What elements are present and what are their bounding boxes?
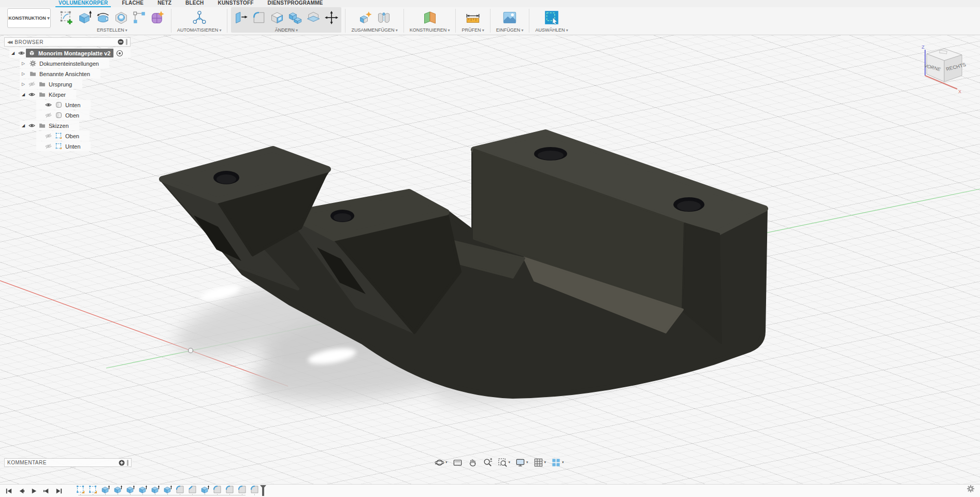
combine-button[interactable] [287,10,303,25]
insert-image-button[interactable] [502,10,517,25]
mount-hole [534,147,567,160]
chevron-down-icon[interactable]: ▾ [526,460,528,464]
create-sketch-button[interactable] [59,10,75,25]
zoom-window-button[interactable]: ▾ [496,457,512,467]
add-comment-icon[interactable] [119,460,125,466]
browser-row[interactable]: Skizzen [20,121,79,130]
orbit-button[interactable]: ▾ [433,457,449,467]
group-label-erstellen[interactable]: ERSTELLEN [97,27,127,33]
collapse-panel-icon[interactable]: ◀◀ [7,40,11,45]
browser-row[interactable]: Benannte Ansichten [20,69,100,79]
joint-button[interactable] [376,10,392,25]
timeline-feature[interactable] [113,485,122,494]
browser-row[interactable]: Monorim Montageplatte v2 [9,48,131,58]
pattern-button[interactable] [132,10,147,25]
chevron-down-icon[interactable]: ▾ [509,460,511,464]
timeline-feature[interactable] [126,485,135,494]
browser-row[interactable]: Körper [20,90,76,99]
pan-button[interactable] [466,457,479,467]
group-label-zusammenfuegen[interactable]: ZUSAMMENFÜGEN [351,27,397,33]
form-button[interactable] [150,10,165,25]
group-label-einfuegen[interactable]: EINFÜGEN [496,27,524,33]
browser-header[interactable]: ◀◀ BROWSER [4,37,131,47]
browser-row[interactable]: Unten [36,100,91,110]
group-konstruieren: KONSTRUIEREN [408,7,452,33]
timeline-position-marker[interactable] [260,485,266,496]
ribbon-tab[interactable]: KUNSTSTOFF [218,0,254,7]
gear-icon[interactable] [967,485,975,495]
group-label-konstruieren[interactable]: KONSTRUIEREN [410,27,450,33]
go-to-start-button[interactable] [5,487,13,495]
go-to-end-button[interactable] [55,487,63,495]
browser-row[interactable]: Oben [36,110,90,120]
step-forward-button[interactable] [42,487,50,495]
browser-row[interactable]: Dokumenteinstellungen [20,59,109,68]
hole-button[interactable] [113,10,129,25]
panel-resize-handle[interactable] [127,460,128,466]
move-button[interactable] [324,10,339,25]
timeline-feature[interactable] [213,485,222,494]
hide-all-icon[interactable] [118,39,124,45]
look-at-button[interactable] [451,457,464,467]
visibility-eye-icon[interactable] [44,112,53,119]
activate-component-radio[interactable] [116,50,123,57]
timeline-feature[interactable] [138,485,147,494]
extrude-button[interactable] [77,10,93,25]
group-label-auswaehlen[interactable]: AUSWÄHLEN [535,27,568,33]
visibility-eye-icon[interactable] [27,122,36,129]
browser-row[interactable]: Oben [36,131,90,141]
ribbon-tab[interactable]: DIENSTPROGRAMME [268,0,323,7]
model-body[interactable] [162,133,765,396]
timeline-feature[interactable] [188,485,197,494]
timeline-feature[interactable] [176,485,184,494]
visibility-eye-icon[interactable] [27,91,36,98]
grid-settings-button[interactable]: ▾ [532,457,548,467]
ribbon-tab[interactable]: FLÄCHE [122,0,143,7]
ribbon-tab[interactable]: VOLUMENKÖRPER [59,0,108,7]
visibility-eye-icon[interactable] [44,143,53,150]
chevron-down-icon[interactable]: ▾ [544,460,546,464]
timeline-feature[interactable] [89,485,97,494]
browser-row[interactable]: Ursprung [20,79,82,89]
automate-button[interactable] [192,10,207,25]
shell-button[interactable] [269,10,285,25]
timeline-feature[interactable] [225,485,234,494]
ribbon-tab[interactable]: BLECH [185,0,204,7]
visibility-eye-icon[interactable] [17,50,26,56]
step-back-button[interactable] [18,487,25,495]
chevron-down-icon[interactable]: ▾ [445,460,448,464]
select-button[interactable] [544,10,559,25]
3d-viewport[interactable] [0,35,980,484]
timeline-feature[interactable] [238,485,247,494]
timeline-feature[interactable] [250,485,259,494]
split-body-button[interactable] [306,10,321,25]
construction-plane-button[interactable] [422,10,438,25]
play-button[interactable] [30,487,38,495]
panel-resize-handle[interactable] [126,39,127,45]
new-component-button[interactable] [358,10,373,25]
timeline-feature[interactable] [151,485,160,494]
browser-row[interactable]: Unten [36,141,91,151]
comments-bar[interactable]: KOMMENTARE [4,458,132,467]
fillet-button[interactable] [251,10,267,25]
timeline-feature[interactable] [163,485,172,494]
group-label-pruefen[interactable]: PRÜFEN [462,27,484,33]
group-label-aendern[interactable]: ÄNDERN [275,27,298,33]
chevron-down-icon[interactable]: ▾ [562,460,564,464]
zoom-button[interactable] [481,457,494,467]
visibility-eye-icon[interactable] [44,101,53,108]
display-settings-button[interactable]: ▾ [514,457,530,467]
construction-dropdown[interactable]: KONSTRUKTION [7,8,51,28]
ribbon-tab[interactable]: NETZ [157,0,171,7]
viewcube[interactable]: VORNE RECHTS Z X [910,43,972,95]
timeline-feature[interactable] [76,485,85,494]
visibility-eye-icon[interactable] [27,81,36,87]
visibility-eye-icon[interactable] [44,133,53,139]
measure-button[interactable] [465,10,481,25]
press-pull-button[interactable] [233,10,249,25]
viewports-button[interactable]: ▾ [550,457,566,467]
revolve-button[interactable] [95,10,111,25]
timeline-feature[interactable] [101,485,110,494]
group-label-automatisieren[interactable]: AUTOMATISIEREN [177,27,221,33]
timeline-feature[interactable] [200,485,209,494]
